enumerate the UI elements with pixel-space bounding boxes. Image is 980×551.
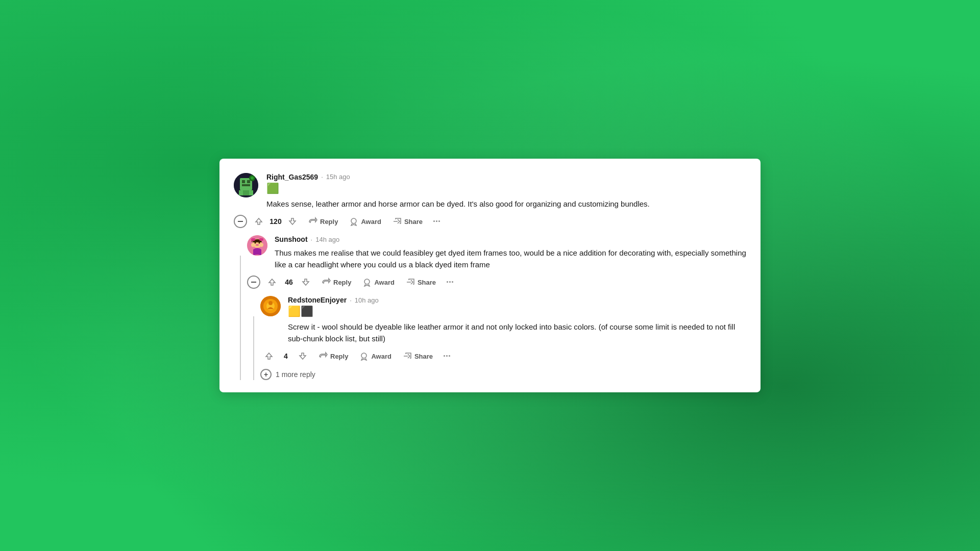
vote-group-3: 4 [260,349,311,363]
vote-group-1: 120 [250,215,301,228]
action-bar-2: 46 Reply Award Share ··· [247,276,746,289]
thread-line-2 [247,296,260,380]
svg-rect-6 [249,190,253,195]
reply-icon-1 [308,217,317,226]
vote-count-1: 120 [270,217,282,226]
more-button-3[interactable]: ··· [440,350,454,363]
thread-content-1: Sunshoot · 14h ago Thus makes me realise… [247,235,746,380]
avatar-img-sunshoot [247,235,267,256]
svg-point-16 [256,244,259,246]
vote-count-3: 4 [280,352,292,360]
award-icon-2 [362,278,372,287]
comment-3-header: RedstoneEnjoyer · 10h ago [288,296,746,304]
svg-point-11 [351,218,356,223]
timestamp-redstone: 10h ago [355,296,379,304]
reply-icon-3 [318,352,328,361]
comments-card: Right_Gas2569 · 15h ago 🟩 Makes sense, l… [219,159,761,393]
share-button-1[interactable]: Share [388,215,427,228]
avatar-right-gas [234,173,258,197]
upvote-icon-3 [264,352,274,361]
svg-point-14 [255,242,256,244]
share-button-2[interactable]: Share [402,276,440,289]
more-replies-label: 1 more reply [276,370,315,379]
upvote-button-2[interactable] [263,276,281,289]
action-bar-3: 4 Reply Award [260,349,746,363]
avatar-redstone [260,296,281,316]
downvote-button-2[interactable] [297,276,314,289]
vote-group-2: 46 [263,276,314,289]
upvote-icon-1 [254,217,263,226]
username-sunshoot: Sunshoot [275,235,308,243]
svg-rect-10 [238,221,243,222]
reply-button-2[interactable]: Reply [317,276,355,289]
comment-1: Right_Gas2569 · 15h ago 🟩 Makes sense, l… [234,173,746,210]
username-redstone: RedstoneEnjoyer [288,296,347,304]
share-icon-2 [406,278,415,287]
collapse-button-1[interactable] [234,215,247,228]
reply-icon-2 [322,278,331,287]
more-button-1[interactable]: ··· [430,215,444,228]
downvote-icon-1 [288,217,297,226]
svg-point-15 [259,242,260,244]
svg-rect-18 [259,238,263,241]
svg-point-25 [361,353,366,358]
award-button-3[interactable]: Award [355,349,396,363]
minus-icon-2 [251,279,257,285]
minus-icon-1 [237,218,243,224]
comment-3-body: Screw it - wool should be dyeable like l… [288,321,746,344]
svg-rect-19 [251,282,256,283]
svg-rect-5 [239,190,243,195]
share-icon-1 [393,217,402,226]
flair-redstone: 🟨⬛ [288,305,746,317]
action-bar-1: 120 Reply Award Share ··· [234,215,746,228]
comment-3: RedstoneEnjoyer · 10h ago 🟨⬛ Screw it - … [260,296,746,344]
vote-count-2: 46 [283,278,295,286]
expand-more-replies[interactable]: + [260,369,272,380]
upvote-button-1[interactable] [250,215,267,228]
more-replies[interactable]: + 1 more reply [260,369,746,380]
comment-2-body: Thus makes me realise that we could feas… [275,247,746,270]
comment-1-header: Right_Gas2569 · 15h ago [266,173,746,181]
upvote-icon-2 [267,278,277,287]
thread-content-2: RedstoneEnjoyer · 10h ago 🟨⬛ Screw it - … [260,296,746,380]
svg-rect-7 [243,190,249,195]
downvote-icon-2 [301,278,310,287]
comment-3-content: RedstoneEnjoyer · 10h ago 🟨⬛ Screw it - … [288,296,746,344]
thread-line-1 [234,235,247,380]
comment-2-content: Sunshoot · 14h ago Thus makes me realise… [275,235,746,270]
avatar-img-right-gas [234,173,258,197]
comment-2: Sunshoot · 14h ago Thus makes me realise… [247,235,746,270]
timestamp-right-gas: 15h ago [326,173,350,181]
svg-point-9 [251,177,254,180]
svg-point-20 [364,279,370,284]
svg-rect-3 [247,180,250,183]
timestamp-sunshoot: 14h ago [315,236,339,243]
collapse-button-2[interactable] [247,276,260,289]
more-button-2[interactable]: ··· [443,276,457,289]
comment-1-content: Right_Gas2569 · 15h ago 🟩 Makes sense, l… [266,173,746,210]
flair-right-gas: 🟩 [266,182,746,194]
upvote-button-3[interactable] [260,349,278,363]
comment-1-body: Makes sense, leather armor and horse arm… [266,198,746,210]
award-icon-3 [359,352,369,361]
svg-rect-2 [242,180,245,183]
thread-level-2: RedstoneEnjoyer · 10h ago 🟨⬛ Screw it - … [247,296,746,380]
reply-button-3[interactable]: Reply [314,349,352,363]
downvote-icon-3 [298,352,307,361]
award-button-1[interactable]: Award [345,215,385,228]
avatar-img-redstone [260,296,281,316]
svg-rect-17 [251,238,255,241]
share-icon-3 [403,352,412,361]
svg-rect-4 [242,184,250,186]
award-button-2[interactable]: Award [358,276,399,289]
thread-level-1: Sunshoot · 14h ago Thus makes me realise… [234,235,746,380]
downvote-button-1[interactable] [284,215,301,228]
award-icon-1 [349,217,358,226]
comment-2-header: Sunshoot · 14h ago [275,235,746,243]
downvote-button-3[interactable] [294,349,311,363]
reply-button-1[interactable]: Reply [304,215,342,228]
username-right-gas: Right_Gas2569 [266,173,318,181]
avatar-sunshoot [247,235,267,256]
svg-point-24 [268,301,273,305]
share-button-3[interactable]: Share [399,349,437,363]
